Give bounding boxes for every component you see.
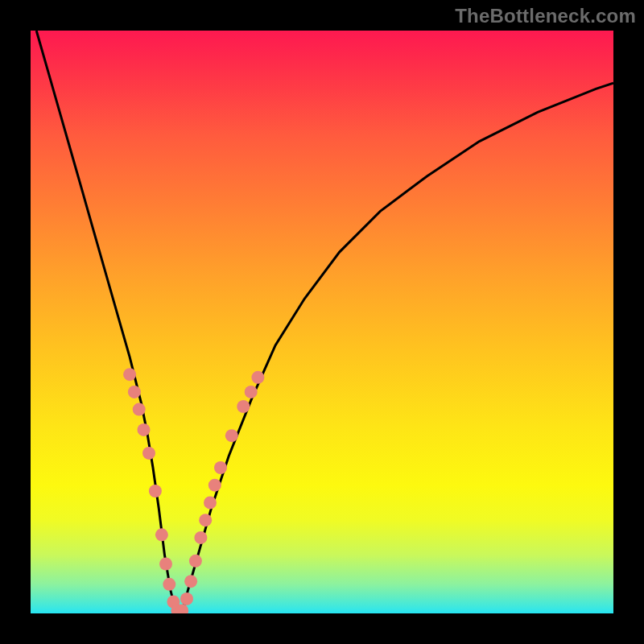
curve-marker [199,514,212,526]
curve-marker [214,461,227,474]
curve-marker [204,496,217,509]
curve-marker [184,575,197,588]
curve-marker [138,423,151,436]
curve-marker [245,386,258,398]
curve-marker [155,528,168,541]
watermark-text: TheBottleneck.com [455,5,636,27]
curve-marker [133,403,146,416]
curve-marker [208,479,221,492]
curve-marker [128,386,141,398]
curve-marker [225,429,238,442]
curve-markers [123,368,264,613]
curve-marker [237,400,250,413]
curve-marker [149,485,162,497]
bottleneck-curve [31,31,613,613]
curve-marker [123,368,136,381]
chart-frame: TheBottleneck.com [0,0,644,644]
curve-marker [194,531,207,544]
curve-marker [142,447,155,460]
curve-marker [251,371,264,384]
plot-area [31,31,613,613]
curve-marker [163,578,175,591]
curve-marker [189,555,202,568]
curve-marker [159,558,172,571]
curve-marker [180,592,193,605]
curve-path [36,31,613,613]
